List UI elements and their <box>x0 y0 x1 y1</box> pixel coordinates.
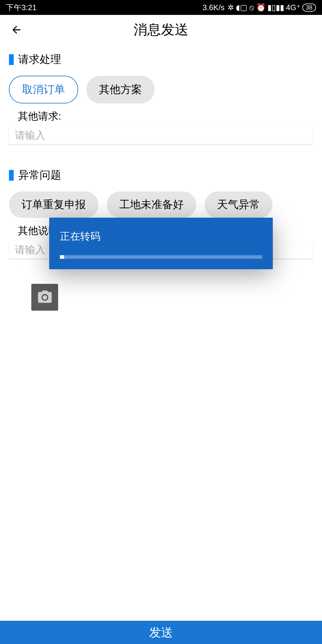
send-button[interactable]: 发送 <box>0 621 322 644</box>
status-time: 下午3:21 <box>6 2 37 13</box>
back-button[interactable] <box>9 22 24 37</box>
chip-other-plan[interactable]: 其他方案 <box>86 76 154 103</box>
arrow-left-icon <box>10 24 22 36</box>
content-area: 请求处理 取消订单 其他方案 其他请求: 异常问题 订单重复申报 工地未准备好 … <box>0 45 322 315</box>
status-right: 3.6K/s ✲ ◖▢ ⦸ ⏰ ▮▯▮▮ 4G⁺ 38 <box>202 3 316 12</box>
progress-bar <box>60 255 262 259</box>
app-header: 消息发送 <box>0 15 322 45</box>
issue-chips: 订单重复申报 工地未准备好 天气异常 <box>9 191 313 218</box>
camera-icon <box>37 289 53 306</box>
section-marker <box>9 170 14 181</box>
section-issue-title: 异常问题 <box>18 168 61 182</box>
dialog-title: 正在转码 <box>60 230 262 243</box>
section-marker <box>9 54 14 65</box>
other-request-label: 其他请求: <box>18 109 313 123</box>
mute-icon: ⦸ <box>249 3 254 12</box>
signal-icon: ▮▯▮▮ <box>267 3 284 12</box>
transcoding-dialog: 正在转码 <box>49 218 273 269</box>
progress-fill <box>60 255 64 259</box>
battery-pct: 38 <box>302 4 316 12</box>
camera-button[interactable] <box>31 284 58 311</box>
chip-weather[interactable]: 天气异常 <box>205 191 273 218</box>
section-request-title: 请求处理 <box>18 52 61 67</box>
chip-cancel-order[interactable]: 取消订单 <box>9 76 78 103</box>
network-type: 4G⁺ <box>286 3 301 12</box>
alarm-icon: ⏰ <box>256 3 266 12</box>
chip-site-not-ready[interactable]: 工地未准备好 <box>107 191 196 218</box>
bluetooth-icon: ✲ <box>227 3 234 12</box>
status-bar: 下午3:21 3.6K/s ✲ ◖▢ ⦸ ⏰ ▮▯▮▮ 4G⁺ 38 <box>0 0 322 15</box>
battery-icon: ◖▢ <box>236 3 247 12</box>
other-request-input[interactable] <box>9 126 313 144</box>
status-icons: ✲ ◖▢ ⦸ ⏰ ▮▯▮▮ 4G⁺ 38 <box>227 3 316 12</box>
section-request-header: 请求处理 <box>9 52 313 67</box>
section-issue-header: 异常问题 <box>9 168 313 182</box>
page-title: 消息发送 <box>134 21 188 39</box>
status-speed: 3.6K/s <box>202 3 225 12</box>
chip-duplicate-order[interactable]: 订单重复申报 <box>9 191 98 218</box>
request-chips: 取消订单 其他方案 <box>9 76 313 103</box>
